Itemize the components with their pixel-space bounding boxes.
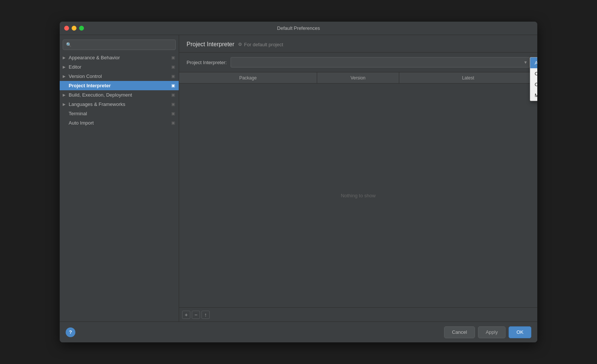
interpreter-select-wrapper: ▼ Add Local Create VirtualEnv Create Con… [231, 57, 530, 68]
sidebar-item-appearance[interactable]: ▶ Appearance & Behavior ▣ [60, 53, 179, 62]
copy-icon: ▣ [171, 65, 175, 69]
interpreter-select[interactable] [231, 57, 530, 68]
ok-button[interactable]: OK [509, 326, 531, 338]
expand-arrow-icon: ▶ [63, 93, 66, 97]
copy-icon: ▣ [171, 55, 175, 60]
sidebar-item-terminal[interactable]: ▶ Terminal ▣ [60, 109, 179, 118]
expand-arrow-icon: ▶ [63, 65, 66, 69]
search-icon: 🔍 [66, 42, 72, 47]
search-box[interactable]: 🔍 [63, 40, 176, 50]
window-controls [64, 26, 84, 31]
sidebar-item-label: Editor [69, 64, 81, 70]
window-title: Default Preferences [277, 25, 320, 31]
table-header: Package Version Latest [179, 72, 537, 84]
table-toolbar: + − ↑ [179, 307, 537, 321]
dialog-footer: ? Cancel Apply OK [60, 321, 537, 342]
search-input[interactable] [74, 42, 172, 47]
empty-message: Nothing to show [341, 193, 375, 198]
dropdown-item-more[interactable]: More... [530, 90, 537, 101]
sidebar-item-build-execution[interactable]: ▶ Build, Execution, Deployment ▣ [60, 90, 179, 100]
copy-icon: ▣ [171, 120, 175, 125]
footer-right: Cancel Apply OK [444, 326, 531, 338]
cancel-button[interactable]: Cancel [444, 326, 475, 338]
dropdown-item-create-conda-env[interactable]: Create Conda Env [530, 79, 537, 90]
sidebar-item-editor[interactable]: ▶ Editor ▣ [60, 62, 179, 72]
add-package-button[interactable]: + [182, 311, 190, 319]
settings-icon: ⚙ [238, 42, 242, 47]
sidebar-item-label: Appearance & Behavior [69, 55, 120, 60]
dialog-body: 🔍 ▶ Appearance & Behavior ▣ ▶ Editor [60, 35, 537, 321]
minimize-button[interactable] [72, 26, 76, 31]
title-bar: Default Preferences [60, 22, 537, 35]
sidebar-item-label: Version Control [69, 73, 102, 79]
help-button[interactable]: ? [66, 327, 75, 337]
sidebar-item-project-interpreter[interactable]: ▶ Project Interpreter ▣ [60, 81, 179, 90]
sidebar-item-label: Build, Execution, Deployment [69, 92, 132, 98]
dropdown-item-add-local[interactable]: Add Local [530, 57, 537, 68]
dropdown-item-create-virtualenv[interactable]: Create VirtualEnv [530, 68, 537, 79]
dialog-wrapper: Default Preferences 🔍 ▶ Appearance & Beh… [0, 0, 597, 364]
table-body-empty: Nothing to show [179, 84, 537, 307]
page-title: Project Interpreter [187, 41, 234, 48]
page-subtitle: ⚙ For default project [238, 42, 283, 47]
copy-icon: ▣ [171, 102, 175, 107]
expand-arrow-icon: ▶ [63, 102, 66, 106]
col-package: Package [179, 72, 317, 83]
expand-arrow-icon: ▶ [63, 121, 66, 125]
expand-arrow-icon: ▶ [63, 56, 66, 60]
copy-icon: ▣ [171, 74, 175, 79]
interpreter-dropdown-popup: Add Local Create VirtualEnv Create Conda… [530, 57, 537, 101]
close-button[interactable] [64, 26, 69, 31]
sidebar-item-label: Auto Import [69, 120, 94, 126]
sidebar-item-version-control[interactable]: ▶ Version Control ▣ [60, 72, 179, 81]
col-latest: Latest [399, 72, 537, 83]
col-version: Version [317, 72, 399, 83]
sidebar-item-label: Project Interpreter [69, 83, 111, 88]
sidebar-item-label: Terminal [69, 111, 87, 116]
upgrade-package-button[interactable]: ↑ [201, 311, 210, 319]
copy-icon: ▣ [171, 83, 175, 88]
sidebar: 🔍 ▶ Appearance & Behavior ▣ ▶ Editor [60, 35, 179, 321]
apply-button[interactable]: Apply [478, 326, 506, 338]
remove-package-button[interactable]: − [192, 311, 200, 319]
copy-icon: ▣ [171, 92, 175, 97]
expand-arrow-icon: ▶ [63, 112, 66, 116]
package-table: Package Version Latest Nothing to show +… [179, 72, 537, 321]
main-header: Project Interpreter ⚙ For default projec… [179, 35, 537, 53]
expand-arrow-icon: ▶ [63, 84, 66, 88]
sidebar-item-label: Languages & Frameworks [69, 101, 125, 107]
sidebar-item-languages-frameworks[interactable]: ▶ Languages & Frameworks ▣ [60, 100, 179, 109]
sidebar-item-auto-import[interactable]: ▶ Auto Import ▣ [60, 118, 179, 128]
copy-icon: ▣ [171, 111, 175, 116]
interpreter-row: Project Interpreter: ▼ Add Local Create … [179, 53, 537, 72]
expand-arrow-icon: ▶ [63, 74, 66, 78]
maximize-button[interactable] [79, 26, 84, 31]
main-content: Project Interpreter ⚙ For default projec… [179, 35, 537, 321]
interpreter-label: Project Interpreter: [187, 60, 227, 65]
preferences-dialog: Default Preferences 🔍 ▶ Appearance & Beh… [60, 22, 537, 342]
footer-left: ? [66, 327, 75, 337]
